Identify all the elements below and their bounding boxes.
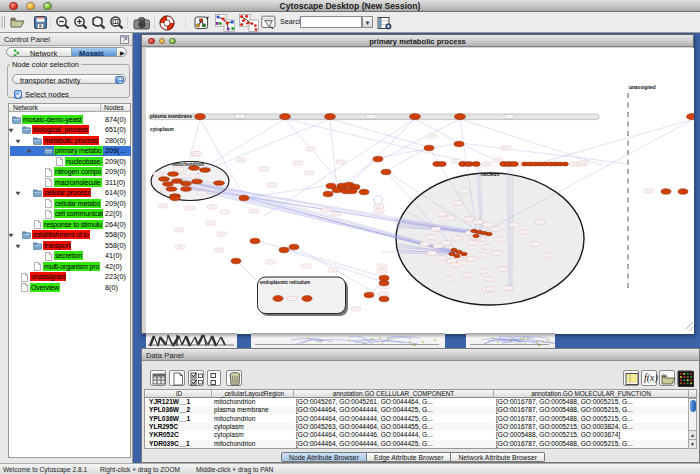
svg-text:plasma membrane: plasma membrane bbox=[150, 114, 192, 119]
svg-text:cytoplasm: cytoplasm bbox=[150, 127, 174, 132]
svg-text:endoplasmic reticulum: endoplasmic reticulum bbox=[260, 280, 310, 285]
svg-text:unassigned: unassigned bbox=[629, 85, 656, 90]
svg-text:nucleus: nucleus bbox=[481, 170, 500, 176]
